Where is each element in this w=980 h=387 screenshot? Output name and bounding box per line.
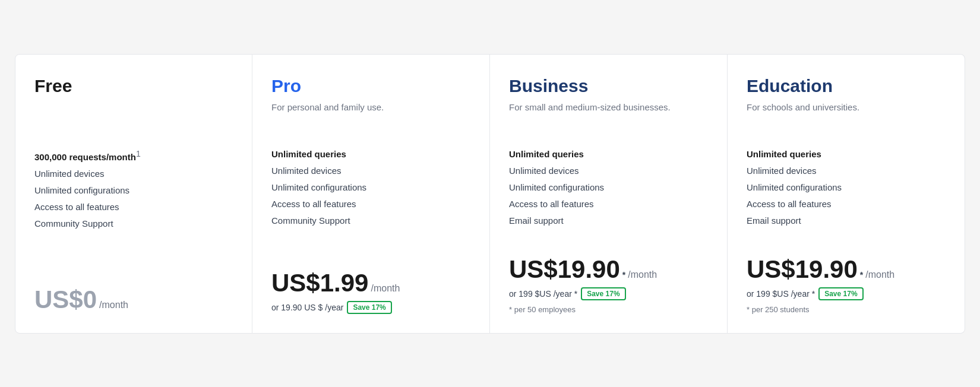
price-value-business: US$19.90	[509, 255, 620, 284]
features-list-pro: Unlimited queriesUnlimited devicesUnlimi…	[271, 146, 470, 243]
pricing-card-free: Free300,000 requests/month1Unlimited dev…	[15, 54, 252, 334]
price-annual-education: or 199 $US /year *Save 17%	[747, 287, 946, 300]
pricing-section-pro: US$1.99/monthor 19.90 US $ /yearSave 17%	[271, 259, 470, 314]
feature-item: Email support	[509, 212, 708, 229]
plan-description-free	[34, 101, 233, 129]
feature-item: Community Support	[34, 215, 233, 232]
plan-description-education: For schools and universities.	[747, 101, 946, 129]
feature-item: Community Support	[271, 212, 470, 229]
feature-item: Email support	[747, 212, 946, 229]
price-period-pro: /month	[371, 283, 400, 294]
feature-item: Access to all features	[509, 196, 708, 212]
pricing-container: Free300,000 requests/month1Unlimited dev…	[15, 54, 965, 334]
pricing-card-business: BusinessFor small and medium-sized busin…	[490, 54, 728, 334]
plan-description-business: For small and medium-sized businesses.	[509, 101, 708, 129]
plan-name-free: Free	[34, 76, 233, 96]
pricing-card-education: EducationFor schools and universities.Un…	[728, 54, 965, 334]
feature-item: Unlimited devices	[509, 163, 708, 179]
feature-item: Unlimited configurations	[34, 182, 233, 199]
feature-item: Access to all features	[34, 199, 233, 215]
features-list-business: Unlimited queriesUnlimited devicesUnlimi…	[509, 146, 708, 229]
pricing-section-business: US$19.90 */monthor 199 $US /year *Save 1…	[509, 246, 708, 314]
plan-name-business: Business	[509, 76, 708, 96]
price-main-business: US$19.90 */month	[509, 255, 708, 284]
feature-item: Unlimited queries	[747, 146, 946, 163]
annual-text: or 199 $US /year *	[509, 289, 577, 299]
price-main-pro: US$1.99/month	[271, 269, 470, 297]
price-value-free: US$0	[34, 286, 97, 314]
feature-item: Unlimited configurations	[509, 179, 708, 196]
price-main-education: US$19.90 */month	[747, 255, 946, 284]
save-badge-education: Save 17%	[818, 287, 863, 300]
feature-item: Unlimited queries	[271, 146, 470, 163]
price-annual-business: or 199 $US /year *Save 17%	[509, 287, 708, 300]
price-period-free: /month	[99, 300, 128, 310]
pricing-section-free: US$0/month	[34, 276, 233, 314]
save-badge-pro: Save 17%	[347, 301, 391, 314]
feature-item: Unlimited configurations	[271, 179, 470, 196]
feature-item: Unlimited devices	[747, 163, 946, 179]
annual-text: or 19.90 US $ /year	[271, 303, 343, 312]
price-period-education: /month	[865, 269, 894, 280]
feature-item: Unlimited queries	[509, 146, 708, 163]
feature-item: Unlimited configurations	[747, 179, 946, 196]
price-period-business: /month	[628, 269, 657, 280]
feature-item: Access to all features	[747, 196, 946, 212]
price-main-free: US$0/month	[34, 286, 233, 314]
price-asterisk: *	[622, 270, 625, 280]
price-value-pro: US$1.99	[271, 269, 368, 297]
annual-text: or 199 $US /year *	[747, 289, 815, 299]
footnote-business: * per 50 employees	[509, 305, 708, 314]
price-annual-pro: or 19.90 US $ /yearSave 17%	[271, 301, 470, 314]
price-asterisk: *	[860, 270, 863, 280]
features-list-free: 300,000 requests/month1Unlimited devices…	[34, 146, 233, 259]
pricing-card-pro: ProFor personal and family use.Unlimited…	[252, 54, 490, 334]
footnote-education: * per 250 students	[747, 305, 946, 314]
feature-item: Access to all features	[271, 196, 470, 212]
pricing-section-education: US$19.90 */monthor 199 $US /year *Save 1…	[747, 246, 946, 314]
feature-item: 300,000 requests/month1	[34, 146, 233, 166]
plan-name-pro: Pro	[271, 76, 470, 96]
feature-item: Unlimited devices	[271, 163, 470, 179]
plan-name-education: Education	[747, 76, 946, 96]
price-value-education: US$19.90	[747, 255, 858, 284]
plan-description-pro: For personal and family use.	[271, 101, 470, 129]
save-badge-business: Save 17%	[581, 287, 625, 300]
feature-item: Unlimited devices	[34, 166, 233, 182]
features-list-education: Unlimited queriesUnlimited devicesUnlimi…	[747, 146, 946, 229]
